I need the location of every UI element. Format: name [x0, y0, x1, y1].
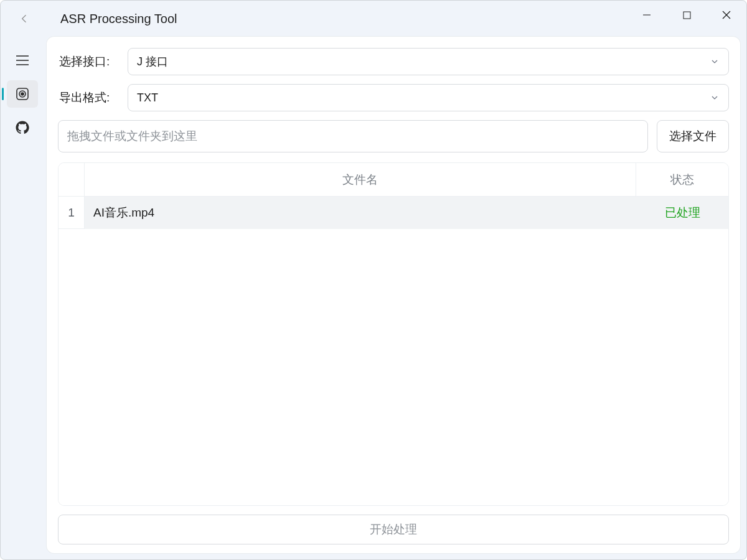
close-button[interactable]: [707, 1, 746, 29]
maximize-icon: [683, 11, 691, 19]
start-processing-button[interactable]: 开始处理: [58, 515, 729, 544]
titlebar: ASR Processing Tool: [1, 1, 746, 37]
svg-point-9: [21, 93, 24, 95]
interface-row: 选择接口: J 接口: [58, 48, 729, 75]
table-header-status: 状态: [636, 163, 728, 197]
minimize-button[interactable]: [627, 1, 667, 29]
table-header: 文件名 状态: [59, 163, 728, 197]
interface-label: 选择接口:: [58, 54, 128, 70]
dropzone[interactable]: 拖拽文件或文件夹到这里: [58, 120, 648, 152]
choose-file-label: 选择文件: [669, 128, 716, 144]
export-select[interactable]: TXT: [128, 84, 729, 111]
close-icon: [722, 11, 731, 19]
github-icon: [15, 120, 30, 135]
table-header-filename: 文件名: [85, 163, 636, 197]
start-processing-label: 开始处理: [370, 521, 417, 538]
main-panel: 选择接口: J 接口 导出格式: TXT: [47, 37, 740, 553]
sidebar-menu-button[interactable]: [7, 47, 38, 74]
body: 选择接口: J 接口 导出格式: TXT: [1, 37, 746, 559]
interface-value: J 接口: [137, 54, 168, 69]
table-header-index: [59, 163, 85, 197]
hamburger-icon: [16, 55, 29, 66]
maximize-button[interactable]: [667, 1, 707, 29]
export-row: 导出格式: TXT: [58, 84, 729, 111]
record-icon: [15, 86, 30, 101]
file-input-row: 拖拽文件或文件夹到这里 选择文件: [58, 120, 729, 152]
sidebar: [1, 37, 44, 559]
table-row[interactable]: 1 AI音乐.mp4 已处理: [59, 197, 728, 229]
chevron-down-icon: [710, 93, 720, 103]
interface-select[interactable]: J 接口: [128, 48, 729, 75]
arrow-left-icon: [18, 12, 31, 25]
row-filename: AI音乐.mp4: [85, 197, 636, 229]
svg-rect-1: [684, 12, 690, 19]
window-controls: [627, 1, 746, 29]
dropzone-placeholder: 拖拽文件或文件夹到这里: [67, 128, 197, 144]
file-table: 文件名 状态 1 AI音乐.mp4 已处理: [58, 162, 729, 506]
choose-file-button[interactable]: 选择文件: [657, 120, 729, 152]
minimize-icon: [642, 11, 651, 19]
row-index: 1: [59, 197, 85, 229]
chevron-down-icon: [710, 57, 720, 67]
table-body: 1 AI音乐.mp4 已处理: [59, 197, 728, 505]
sidebar-item-processing[interactable]: [7, 80, 38, 108]
export-value: TXT: [137, 91, 158, 105]
sidebar-item-github[interactable]: [7, 114, 38, 141]
row-status: 已处理: [636, 197, 728, 229]
app-title: ASR Processing Tool: [60, 12, 177, 26]
export-label: 导出格式:: [58, 90, 128, 106]
back-button[interactable]: [12, 6, 37, 31]
app-window: ASR Processing Tool: [0, 0, 747, 560]
